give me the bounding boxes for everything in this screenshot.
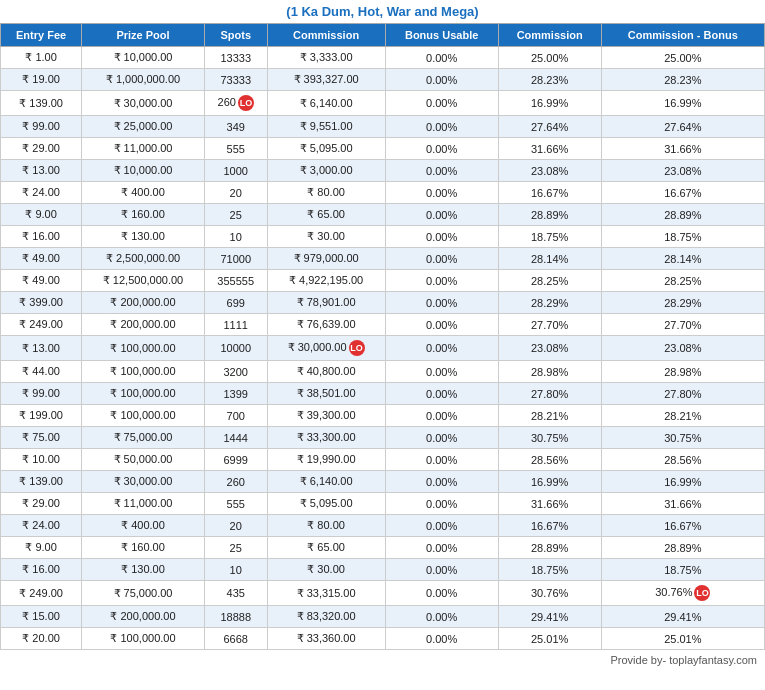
table-row: ₹ 24.00₹ 400.0020₹ 80.000.00%16.67%16.67… (1, 515, 765, 537)
table-row: ₹ 1.00₹ 10,000.0013333₹ 3,333.000.00%25.… (1, 47, 765, 69)
table-cell: ₹ 6,140.00 (267, 471, 385, 493)
table-cell: 30.76% (498, 581, 601, 606)
table-cell: 28.23% (601, 69, 764, 91)
table-cell: ₹ 33,360.00 (267, 628, 385, 650)
table-cell: 10000 (204, 336, 267, 361)
table-cell: 0.00% (385, 314, 498, 336)
table-cell: ₹ 13.00 (1, 336, 82, 361)
table-row: ₹ 99.00₹ 25,000.00349₹ 9,551.000.00%27.6… (1, 116, 765, 138)
table-cell: ₹ 30.00 (267, 559, 385, 581)
table-cell: 355555 (204, 270, 267, 292)
table-cell: 31.66% (601, 138, 764, 160)
table-cell: ₹ 49.00 (1, 270, 82, 292)
table-cell: 0.00% (385, 292, 498, 314)
table-cell: 6668 (204, 628, 267, 650)
table-cell: ₹ 5,095.00 (267, 138, 385, 160)
table-cell: 27.70% (601, 314, 764, 336)
table-cell: 28.89% (498, 537, 601, 559)
table-cell: 0.00% (385, 383, 498, 405)
table-cell: ₹ 29.00 (1, 138, 82, 160)
table-cell: ₹ 100,000.00 (82, 383, 205, 405)
table-cell: 23.08% (498, 160, 601, 182)
column-header: Entry Fee (1, 24, 82, 47)
table-cell: 20 (204, 515, 267, 537)
table-cell: ₹ 160.00 (82, 204, 205, 226)
table-cell: ₹ 65.00 (267, 537, 385, 559)
column-header: Bonus Usable (385, 24, 498, 47)
table-cell: 28.56% (601, 449, 764, 471)
table-cell: 16.99% (601, 471, 764, 493)
table-cell: 0.00% (385, 559, 498, 581)
table-cell: ₹ 139.00 (1, 91, 82, 116)
table-cell: 27.64% (601, 116, 764, 138)
table-cell: ₹ 399.00 (1, 292, 82, 314)
table-cell: ₹ 400.00 (82, 182, 205, 204)
table-cell: 16.99% (601, 91, 764, 116)
table-cell: 0.00% (385, 537, 498, 559)
table-cell: ₹ 979,000.00 (267, 248, 385, 270)
table-cell: ₹ 40,800.00 (267, 361, 385, 383)
table-cell: ₹ 76,639.00 (267, 314, 385, 336)
table-cell: 0.00% (385, 405, 498, 427)
table-cell: 25 (204, 537, 267, 559)
table-cell: 28.89% (601, 537, 764, 559)
table-cell: 28.98% (498, 361, 601, 383)
table-cell: ₹ 2,500,000.00 (82, 248, 205, 270)
table-cell: ₹ 75,000.00 (82, 581, 205, 606)
table-cell: ₹ 200,000.00 (82, 606, 205, 628)
table-row: ₹ 49.00₹ 12,500,000.00355555₹ 4,922,195.… (1, 270, 765, 292)
table-cell: ₹ 130.00 (82, 559, 205, 581)
table-row: ₹ 139.00₹ 30,000.00260₹ 6,140.000.00%16.… (1, 471, 765, 493)
table-cell: ₹ 44.00 (1, 361, 82, 383)
table-cell: ₹ 3,333.00 (267, 47, 385, 69)
table-cell: 28.29% (498, 292, 601, 314)
table-cell: 28.56% (498, 449, 601, 471)
table-cell: 27.70% (498, 314, 601, 336)
table-cell: ₹ 75.00 (1, 427, 82, 449)
table-cell: 0.00% (385, 160, 498, 182)
table-cell: 18888 (204, 606, 267, 628)
table-cell: 23.08% (498, 336, 601, 361)
table-cell: 0.00% (385, 581, 498, 606)
table-row: ₹ 249.00₹ 200,000.001111₹ 76,639.000.00%… (1, 314, 765, 336)
table-cell: 31.66% (601, 493, 764, 515)
table-cell: 0.00% (385, 47, 498, 69)
table-cell: ₹ 20.00 (1, 628, 82, 650)
table-row: ₹ 75.00₹ 75,000.001444₹ 33,300.000.00%30… (1, 427, 765, 449)
table-cell: 28.14% (601, 248, 764, 270)
table-cell: ₹ 49.00 (1, 248, 82, 270)
table-cell: 0.00% (385, 138, 498, 160)
table-row: ₹ 99.00₹ 100,000.001399₹ 38,501.000.00%2… (1, 383, 765, 405)
table-cell: 0.00% (385, 270, 498, 292)
table-cell: 25.01% (601, 628, 764, 650)
table-cell: ₹ 65.00 (267, 204, 385, 226)
table-cell: 71000 (204, 248, 267, 270)
table-cell: ₹ 160.00 (82, 537, 205, 559)
table-cell: 25.01% (498, 628, 601, 650)
table-row: ₹ 249.00₹ 75,000.00435₹ 33,315.000.00%30… (1, 581, 765, 606)
column-header: Commission (498, 24, 601, 47)
lo-badge: LO (238, 95, 254, 111)
table-cell: 28.89% (498, 204, 601, 226)
table-cell: ₹ 200,000.00 (82, 314, 205, 336)
footer: Provide by- toplayfantasy.com (0, 650, 765, 670)
table-cell: ₹ 100,000.00 (82, 361, 205, 383)
table-cell: 13333 (204, 47, 267, 69)
table-cell: ₹ 100,000.00 (82, 336, 205, 361)
table-cell: 30.75% (498, 427, 601, 449)
data-table: Entry FeePrize PoolSpotsCommissionBonus … (0, 23, 765, 650)
table-cell: 0.00% (385, 226, 498, 248)
table-cell: 0.00% (385, 361, 498, 383)
table-cell: 1399 (204, 383, 267, 405)
table-cell: ₹ 24.00 (1, 515, 82, 537)
table-cell: ₹ 139.00 (1, 471, 82, 493)
table-cell: 18.75% (498, 559, 601, 581)
table-cell: 0.00% (385, 628, 498, 650)
table-row: ₹ 15.00₹ 200,000.0018888₹ 83,320.000.00%… (1, 606, 765, 628)
table-cell: ₹ 30,000.00 (82, 471, 205, 493)
table-cell: ₹ 1.00 (1, 47, 82, 69)
table-cell: 699 (204, 292, 267, 314)
table-cell: ₹ 99.00 (1, 116, 82, 138)
table-cell: ₹ 10,000.00 (82, 160, 205, 182)
table-cell: ₹ 100,000.00 (82, 405, 205, 427)
